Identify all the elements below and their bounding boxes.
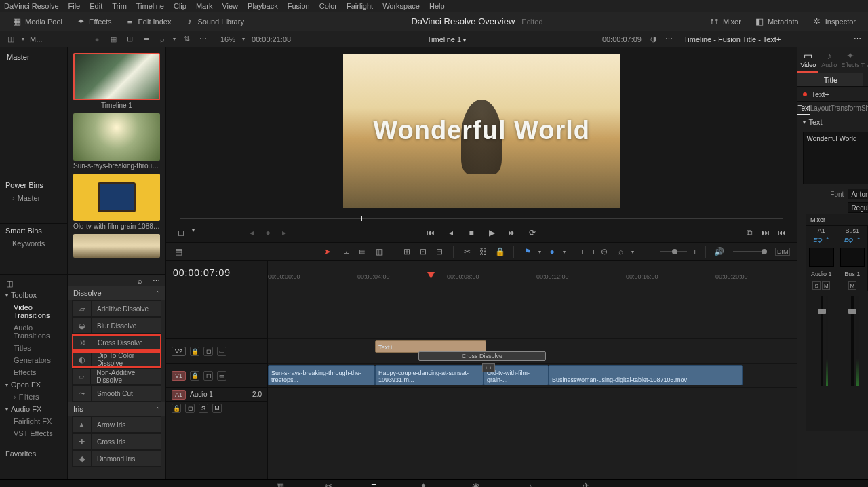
- auto-select-icon[interactable]: ◻: [203, 347, 213, 356]
- volume-icon[interactable]: 🔊: [714, 246, 725, 257]
- timeline-view-icon[interactable]: ▤: [173, 246, 184, 257]
- fx-fairlight[interactable]: Fairlight FX: [0, 415, 67, 427]
- more-icon[interactable]: ⋯: [197, 34, 208, 45]
- inspector-toggle[interactable]: ✲Inspector: [806, 17, 863, 26]
- menu-clip[interactable]: Clip: [174, 2, 186, 10]
- fx-titles[interactable]: Titles: [0, 342, 67, 354]
- track-header-v1[interactable]: V1 🔒 ◻ ▭: [166, 363, 267, 387]
- crop-icon[interactable]: ◻: [176, 227, 186, 238]
- transition-diamond-iris[interactable]: ◆Diamond Iris: [72, 450, 161, 467]
- clip-thumb[interactable]: [73, 234, 160, 258]
- dim-button[interactable]: DIM: [775, 248, 791, 256]
- transition-drop[interactable]: Cross Dissolve: [418, 351, 546, 361]
- menu-color[interactable]: Color: [319, 2, 337, 10]
- clip[interactable]: Happy-couple-dancing-at-sunset-1093931.m…: [375, 365, 484, 385]
- enable-dot-icon[interactable]: [803, 92, 807, 96]
- disable-track-icon[interactable]: ▭: [217, 371, 226, 381]
- trim-tool-icon[interactable]: ⫠: [341, 246, 352, 257]
- play-icon[interactable]: ▶: [486, 227, 497, 238]
- page-tab-color[interactable]: ◉Color: [468, 481, 484, 487]
- text-section-header[interactable]: ▾Text: [797, 115, 868, 129]
- page-tab-fairlight[interactable]: ♪Fairlight: [518, 481, 542, 487]
- fx-panel-icon[interactable]: ◫: [4, 278, 15, 289]
- eq-graph[interactable]: [809, 248, 834, 267]
- record-icon[interactable]: ●: [92, 34, 102, 45]
- mixer-ch-a1[interactable]: A1: [806, 226, 837, 235]
- page-tab-cut[interactable]: ✂Cut: [323, 481, 334, 487]
- fx-video-transitions[interactable]: Video Transitions: [0, 301, 67, 322]
- eq-graph[interactable]: [840, 248, 865, 267]
- timeline-tracks[interactable]: 00:00:00:00 00:00:04:00 00:00:08:00 00:0…: [268, 261, 797, 479]
- menu-fairlight[interactable]: Fairlight: [347, 2, 373, 10]
- next-marker-icon[interactable]: ▸: [279, 227, 290, 238]
- media-pool-toggle[interactable]: ▦Media Pool: [5, 17, 69, 26]
- font-select[interactable]: Anton▾: [848, 189, 868, 199]
- menu-edit[interactable]: Edit: [90, 2, 102, 10]
- viewer[interactable]: Wonderful World: [166, 47, 797, 214]
- lock-icon[interactable]: 🔒: [494, 246, 505, 257]
- auto-select-icon[interactable]: ◻: [185, 404, 195, 413]
- effects-toggle[interactable]: ✦Effects: [69, 17, 118, 26]
- metadata-toggle[interactable]: ◧Metadata: [748, 17, 806, 26]
- inspector-tab-audio[interactable]: ♪Audio: [818, 47, 840, 73]
- view-grid-icon[interactable]: ⊞: [124, 34, 135, 45]
- mixer-ch-bus1[interactable]: Bus1: [837, 226, 869, 235]
- transition-non-additive[interactable]: ▱Non-Additive Dissolve: [72, 368, 161, 385]
- clip-thumb[interactable]: Old-tv-with-film-grain-1088792.mov: [73, 174, 160, 230]
- menu-fusion[interactable]: Fusion: [288, 2, 310, 10]
- favorites-header[interactable]: Favorites: [0, 448, 67, 460]
- clip-thumb[interactable]: Sun-s-rays-breaking-through-the-t...: [73, 113, 160, 170]
- menu-file[interactable]: File: [68, 2, 81, 10]
- blade-tool-icon[interactable]: ▥: [374, 246, 384, 257]
- bypass-icon[interactable]: ◑: [648, 34, 659, 45]
- transition-cross-dissolve[interactable]: ⤮Cross Dissolve: [72, 334, 161, 351]
- marker-dot-icon[interactable]: ●: [262, 227, 273, 238]
- track-v2[interactable]: Text+ Cross Dissolve: [268, 338, 797, 363]
- lock-track-icon[interactable]: 🔒: [190, 371, 199, 381]
- sort-icon[interactable]: ⇅: [181, 34, 192, 45]
- openfx-header[interactable]: ▾Open FX: [0, 378, 67, 391]
- match-frame-icon[interactable]: ⧉: [744, 227, 755, 238]
- insert-clip-icon[interactable]: ⊞: [401, 246, 412, 257]
- view-list-icon[interactable]: ≣: [140, 34, 151, 45]
- replace-clip-icon[interactable]: ⊟: [434, 246, 445, 257]
- page-tab-deliver[interactable]: ✈Deliver: [576, 481, 597, 487]
- menu-trim[interactable]: Trim: [112, 2, 127, 10]
- inspector-tab-video[interactable]: ▭Video: [797, 47, 818, 73]
- transition-blur-dissolve[interactable]: ◒Blur Dissolve: [72, 317, 161, 334]
- dynamic-trim-icon[interactable]: ⫢: [357, 246, 368, 257]
- track-header-v2[interactable]: V2 🔒 ◻ ▭: [166, 338, 267, 363]
- view-thumb-icon[interactable]: ▦: [108, 34, 119, 45]
- transition-dip-to-color[interactable]: ◐Dip To Color Dissolve: [72, 351, 161, 368]
- mute-button[interactable]: M: [848, 281, 856, 290]
- lock-track-icon[interactable]: 🔒: [172, 404, 181, 413]
- step-back-icon[interactable]: ◂: [446, 227, 456, 238]
- menu-timeline[interactable]: Timeline: [136, 2, 164, 10]
- stop-icon[interactable]: ■: [466, 227, 477, 238]
- timeline-ruler[interactable]: 00:00:00:00 00:00:04:00 00:00:08:00 00:0…: [268, 272, 797, 284]
- go-start-icon[interactable]: ⏮: [425, 227, 436, 238]
- lock-track-icon[interactable]: 🔒: [190, 347, 199, 356]
- track-a1[interactable]: [268, 387, 797, 414]
- prop-tab-transform[interactable]: Transform: [831, 102, 861, 115]
- clip[interactable]: Sun-s-rays-breaking-through-the-treetops…: [268, 365, 375, 385]
- solo-icon[interactable]: S: [199, 404, 208, 413]
- fx-search-icon[interactable]: ⌕: [134, 275, 145, 286]
- last-edit-icon[interactable]: ⏮: [776, 227, 787, 238]
- viewer-more-icon[interactable]: ⋯: [663, 34, 674, 45]
- razor-icon[interactable]: ✂: [462, 246, 473, 257]
- timeline-name[interactable]: Timeline 1: [427, 35, 461, 43]
- zoom-out-icon[interactable]: −: [650, 248, 654, 256]
- zoom-level[interactable]: 16%: [220, 35, 235, 43]
- fx-vst[interactable]: VST Effects: [0, 427, 67, 440]
- mute-button[interactable]: M: [822, 281, 830, 290]
- overwrite-clip-icon[interactable]: ⊡: [418, 246, 429, 257]
- inspector-subtab-title[interactable]: Title: [797, 73, 863, 86]
- fx-audio-transitions[interactable]: Audio Transitions: [0, 322, 67, 342]
- font-style-select[interactable]: Regular▾: [848, 202, 868, 213]
- fader-a1[interactable]: [806, 294, 837, 389]
- smart-bins-header[interactable]: Smart Bins: [0, 223, 67, 237]
- panel-layout-icon[interactable]: ◫: [5, 34, 16, 45]
- fx-generators[interactable]: Generators: [0, 354, 67, 366]
- flag-icon[interactable]: ⚑: [522, 246, 533, 257]
